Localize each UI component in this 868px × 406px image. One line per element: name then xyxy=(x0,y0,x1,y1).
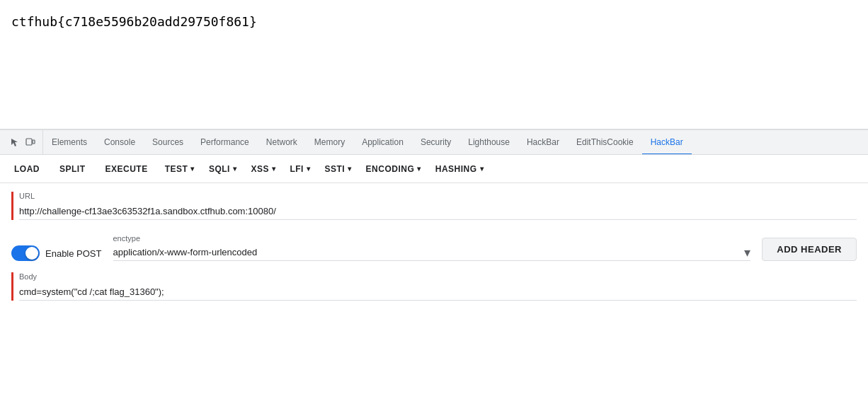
devtools-bar: Elements Console Sources Performance Net… xyxy=(0,129,868,155)
enctype-select[interactable]: application/x-www-form-urlencoded multip… xyxy=(113,244,745,260)
devtools-icons xyxy=(3,130,43,154)
test-dropdown-arrow: ▾ xyxy=(190,165,195,173)
toggle-knob xyxy=(25,247,38,260)
split-button[interactable]: SPLIT xyxy=(51,161,94,177)
sqli-dropdown[interactable]: SQLI ▾ xyxy=(203,161,243,177)
tab-editthiscookie[interactable]: EditThisCookie xyxy=(568,131,642,154)
post-section: Enable POST enctype application/x-www-fo… xyxy=(11,231,857,261)
url-input[interactable] xyxy=(19,203,857,220)
ssti-dropdown-arrow: ▾ xyxy=(348,165,352,173)
tab-elements[interactable]: Elements xyxy=(43,131,96,154)
tab-console[interactable]: Console xyxy=(96,131,144,154)
device-icon[interactable] xyxy=(24,136,37,149)
enctype-wrapper: enctype application/x-www-form-urlencode… xyxy=(113,234,751,261)
url-section: URL xyxy=(19,192,857,220)
tab-hackbar-active[interactable]: HackBar xyxy=(642,131,692,154)
test-dropdown[interactable]: TEST ▾ xyxy=(159,161,200,177)
enctype-label: enctype xyxy=(113,234,751,243)
hackbar-content: URL Enable POST enctype application/x-ww… xyxy=(0,183,868,309)
tab-sources[interactable]: Sources xyxy=(144,131,192,154)
tab-performance[interactable]: Performance xyxy=(192,131,258,154)
url-section-wrapper: URL xyxy=(11,192,857,220)
execute-button[interactable]: EXECUTE xyxy=(97,161,156,177)
tab-application[interactable]: Application xyxy=(353,131,412,154)
svg-rect-1 xyxy=(33,140,35,144)
devtools-tabs: Elements Console Sources Performance Net… xyxy=(43,130,692,154)
ssti-dropdown[interactable]: SSTI ▾ xyxy=(319,161,357,177)
tab-memory[interactable]: Memory xyxy=(306,131,353,154)
cursor-icon[interactable] xyxy=(8,136,21,149)
main-content: ctfhub{c718e5596b20add29750f861} xyxy=(0,0,868,129)
enctype-select-arrow: ▾ xyxy=(744,245,750,260)
body-label: Body xyxy=(19,272,857,281)
toggle-wrapper: Enable POST xyxy=(11,245,102,261)
tab-hackbar-1[interactable]: HackBar xyxy=(518,131,568,154)
xss-dropdown[interactable]: XSS ▾ xyxy=(245,161,281,177)
url-label: URL xyxy=(19,192,857,200)
body-section-wrapper: Body xyxy=(11,272,857,301)
body-section: Body xyxy=(19,272,857,301)
hashing-dropdown-arrow: ▾ xyxy=(480,165,484,173)
flag-text: ctfhub{c718e5596b20add29750f861} xyxy=(11,14,257,29)
lfi-dropdown[interactable]: LFI ▾ xyxy=(284,161,316,177)
sqli-dropdown-arrow: ▾ xyxy=(233,165,237,173)
tab-network[interactable]: Network xyxy=(258,131,306,154)
enable-post-label: Enable POST xyxy=(45,248,102,259)
lfi-dropdown-arrow: ▾ xyxy=(307,165,311,173)
load-button[interactable]: LOAD xyxy=(6,161,48,177)
hackbar-toolbar: LOAD SPLIT EXECUTE TEST ▾ SQLI ▾ XSS ▾ L… xyxy=(0,155,868,183)
xss-dropdown-arrow: ▾ xyxy=(272,165,276,173)
tab-lighthouse[interactable]: Lighthouse xyxy=(459,131,518,154)
enable-post-toggle[interactable] xyxy=(11,245,40,261)
add-header-button[interactable]: ADD HEADER xyxy=(762,238,857,261)
hashing-dropdown[interactable]: HASHING ▾ xyxy=(430,161,489,177)
body-input[interactable] xyxy=(19,284,857,301)
svg-rect-0 xyxy=(26,139,32,145)
encoding-dropdown-arrow: ▾ xyxy=(417,165,421,173)
tab-security[interactable]: Security xyxy=(412,131,459,154)
enctype-select-wrapper: application/x-www-form-urlencoded multip… xyxy=(113,244,751,261)
encoding-dropdown[interactable]: ENCODING ▾ xyxy=(360,161,427,177)
